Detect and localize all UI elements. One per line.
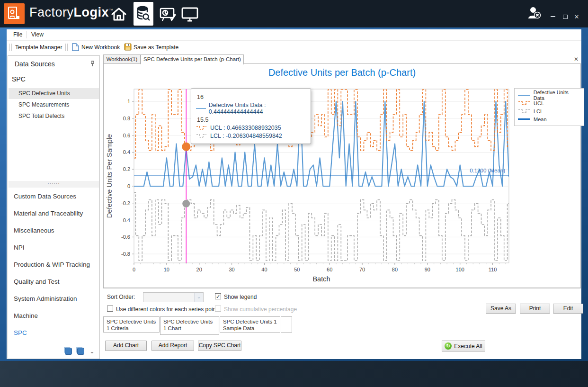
monitor-icon[interactable] <box>180 4 200 24</box>
data-sources-panel: Data Sources SPC SPC Defective Units SPC… <box>8 55 100 359</box>
tab-spc-sample-data[interactable]: SPC Defective Units 1 Sample Data <box>220 316 280 333</box>
footer-band: AEGIS SOFTWARE <box>0 361 588 387</box>
svg-text:0.6: 0.6 <box>123 133 130 138</box>
legend-item-data: Defective Units Data <box>518 91 580 99</box>
menu-file[interactable]: File <box>13 31 22 38</box>
tab-spc-chart-selected[interactable]: SPC Defective Units 1 Chart <box>160 316 219 335</box>
chart-options-panel: Sort Order: ⌄ ✓ Show legend Use differen… <box>103 288 581 317</box>
database-search-icon <box>136 6 151 22</box>
category-npi[interactable]: NPI <box>14 244 25 251</box>
dock-icon[interactable] <box>77 348 84 355</box>
category-spc-active[interactable]: SPC <box>14 329 27 336</box>
save-as-template-button[interactable]: Save as Template <box>134 44 178 51</box>
svg-text:0: 0 <box>133 267 135 272</box>
toolbar-grip[interactable] <box>9 44 12 51</box>
svg-text:0: 0 <box>127 183 130 189</box>
sort-order-combobox[interactable]: ⌄ <box>143 292 204 302</box>
tooltip-lcl-row: LCL : -0.206304848559842 <box>196 133 306 139</box>
menu-bar: File View <box>7 29 581 41</box>
tab-workbook[interactable]: Workbook(1) <box>103 54 141 64</box>
svg-text:30: 30 <box>229 267 234 272</box>
svg-text:1: 1 <box>127 99 130 104</box>
sidebar-item-spc-defective-units[interactable]: SPC Defective Units <box>9 88 99 99</box>
tab-close-icon[interactable]: ✕ <box>574 56 579 63</box>
mean-swatch-icon <box>518 118 530 120</box>
category-custom-data-sources[interactable]: Custom Data Sources <box>14 193 76 200</box>
svg-text:0.4: 0.4 <box>123 149 130 155</box>
sidebar-group-spc[interactable]: SPC <box>12 75 26 83</box>
legend-item-mean: Mean <box>518 115 580 123</box>
panel-title: Data Sources <box>15 60 55 68</box>
edit-button[interactable]: Edit <box>553 304 583 314</box>
category-machine[interactable]: Machine <box>14 312 38 319</box>
svg-text:60: 60 <box>327 267 332 272</box>
save-as-button[interactable]: Save As <box>486 304 516 314</box>
svg-text:-0.6: -0.6 <box>121 234 130 240</box>
splitter-handle[interactable]: ······ <box>9 181 99 188</box>
chevron-down-icon[interactable]: ⌄ <box>89 348 95 355</box>
show-legend-checkbox[interactable]: ✓ <box>215 293 221 299</box>
tooltip-series-row: Defective Units Data : 0.444444444444444 <box>196 102 306 115</box>
svg-text:50: 50 <box>294 267 300 272</box>
tab-spc-chart-active[interactable]: SPC Defective Units per Batch (p-Chart) <box>141 54 244 64</box>
step-swatch-icon <box>196 133 207 139</box>
new-workbook-button[interactable]: New Workbook <box>81 44 120 51</box>
execute-all-button[interactable]: ↻ Execute All <box>442 341 485 351</box>
presentation-icon[interactable] <box>158 4 178 24</box>
show-legend-label[interactable]: Show legend <box>224 294 257 300</box>
chart-area: -0.8-0.6-0.4-0.200.20.40.60.810102030405… <box>105 81 512 288</box>
add-report-button[interactable]: Add Report <box>151 341 194 351</box>
new-workbook-icon <box>72 43 79 53</box>
svg-text:110: 110 <box>489 267 497 272</box>
category-miscellaneous[interactable]: Miscellaneous <box>14 227 54 234</box>
svg-text:20: 20 <box>196 267 202 272</box>
line-swatch-icon <box>196 107 206 110</box>
svg-text:0.1300 (Mean): 0.1300 (Mean) <box>470 168 505 173</box>
sidebar-item-spc-total-defects[interactable]: SPC Total Defects <box>9 111 99 122</box>
svg-text:70: 70 <box>359 267 365 272</box>
svg-text:80: 80 <box>392 267 398 272</box>
logout-user-icon[interactable] <box>527 6 542 21</box>
legend-item-lcl: LCL <box>518 107 580 115</box>
dock-icon[interactable] <box>65 348 72 355</box>
main-content: File View Template Manager New Workbook … <box>7 29 581 359</box>
print-button[interactable]: Print <box>520 304 550 314</box>
combo-chevron-icon[interactable]: ⌄ <box>194 293 203 302</box>
svg-text:-0.2: -0.2 <box>121 200 130 206</box>
sort-order-label: Sort Order: <box>107 294 135 300</box>
add-chart-button[interactable]: Add Chart <box>105 341 147 351</box>
pin-icon[interactable] <box>90 60 95 69</box>
maximize-button[interactable] <box>559 12 571 21</box>
category-production-wip[interactable]: Production & WIP Tracking <box>14 261 90 268</box>
svg-text:Defective Units Per Sample: Defective Units Per Sample <box>106 134 113 218</box>
tooltip-argument-1: 16 <box>197 94 306 100</box>
use-different-colors-label[interactable]: Use different colors for each series poi… <box>116 306 218 313</box>
minimize-button[interactable] <box>547 12 559 21</box>
show-cumulative-checkbox <box>215 306 221 312</box>
category-system-admin[interactable]: System Administration <box>14 295 77 302</box>
svg-text:-0.4: -0.4 <box>121 217 130 223</box>
category-quality-test[interactable]: Quality and Test <box>14 278 60 285</box>
home-icon[interactable] <box>109 4 129 24</box>
step-swatch-icon <box>196 125 207 131</box>
data-explorer-tab-selected[interactable] <box>134 2 153 26</box>
svg-text:10: 10 <box>164 267 169 272</box>
category-material-traceability[interactable]: Material and Traceability <box>14 210 83 217</box>
menu-view[interactable]: View <box>31 31 44 38</box>
template-manager-button[interactable]: Template Manager <box>15 44 62 51</box>
use-different-colors-checkbox[interactable] <box>107 306 113 312</box>
sidebar-item-spc-measurements[interactable]: SPC Measurements <box>9 99 99 110</box>
tooltip-ucl-row: UCL : 0.466333088932035 <box>196 125 306 131</box>
title-bar: FactoryLogix™ <box>0 0 588 27</box>
svg-text:40: 40 <box>261 267 267 272</box>
tab-spc-criteria[interactable]: SPC Defective Units 1 Criteria <box>103 316 160 333</box>
tab-stub <box>281 316 292 333</box>
svg-text:90: 90 <box>425 267 430 272</box>
app-title: FactoryLogix™ <box>29 5 114 20</box>
menu-separator <box>27 31 27 38</box>
chart-title: Defective Units per Batch (p-Chart) <box>103 67 581 78</box>
tooltip-argument-2: 15.5 <box>197 117 306 123</box>
copy-spc-chart-button[interactable]: Copy SPC Chart <box>198 341 241 351</box>
close-button[interactable]: ✕ <box>570 12 583 21</box>
toolbar-grip[interactable] <box>65 44 68 51</box>
